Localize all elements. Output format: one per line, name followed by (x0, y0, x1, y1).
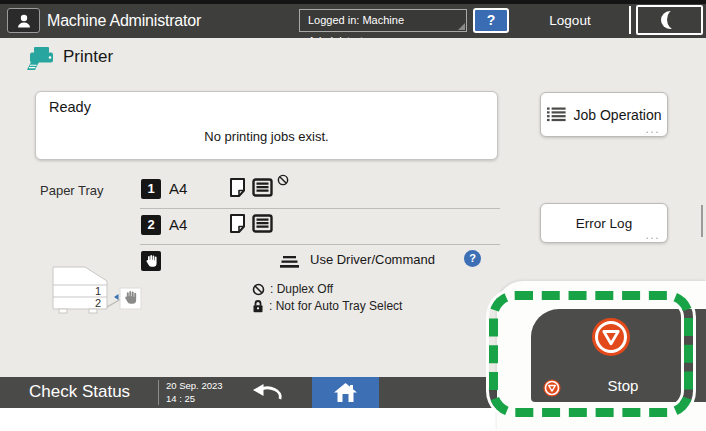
logout-button[interactable]: Logout (514, 8, 626, 33)
user-icon (16, 13, 32, 29)
help-button[interactable]: ? (473, 8, 509, 33)
tray-2-number: 2 (141, 215, 161, 235)
back-button[interactable] (250, 382, 284, 403)
legend-auto-tray-text: : Not for Auto Tray Select (269, 299, 402, 313)
time-label: 14 : 25 (166, 393, 223, 406)
printer-status-message: No printing jobs exist. (36, 129, 497, 144)
logged-in-badge[interactable]: Logged in: Machine Administrator (299, 9, 467, 32)
paper-type-icon (229, 213, 246, 234)
tray-row-divider (140, 244, 500, 245)
printer-state: Ready (49, 99, 91, 115)
topbar-separator (629, 6, 631, 34)
duplex-off-icon (252, 283, 265, 296)
tray-1-size: A4 (169, 180, 187, 197)
moon-icon (661, 11, 679, 29)
tray-row-divider (140, 208, 500, 209)
lock-icon (252, 299, 264, 313)
home-button[interactable] (312, 377, 379, 408)
paper-tray-section-label: Paper Tray (40, 183, 104, 198)
bypass-help-icon[interactable]: ? (464, 250, 481, 267)
user-account-button[interactable] (7, 8, 40, 33)
datetime-display: 20 Sep. 2023 14 : 25 (166, 380, 223, 406)
error-log-button[interactable]: Error Log ... (540, 203, 668, 243)
diagram-tray-2-label: 2 (95, 297, 101, 309)
job-operation-label: Job Operation (574, 107, 662, 123)
stop-button[interactable]: Stop (531, 309, 706, 402)
logged-in-user-name: Machine Administrator (47, 4, 201, 38)
paper-stack-icon (252, 178, 273, 197)
more-indicator: ... (645, 228, 660, 242)
legend-auto-tray: : Not for Auto Tray Select (252, 299, 402, 313)
legend-duplex-off-text: : Duplex Off (270, 282, 333, 296)
tray-2-size: A4 (169, 216, 187, 233)
list-icon (547, 107, 566, 122)
diagram-arrow-icon (114, 294, 119, 300)
diagram-tray-1-label: 1 (95, 285, 101, 297)
printer-icon (27, 46, 55, 72)
legend-duplex-off: : Duplex Off (252, 282, 333, 296)
date-label: 20 Sep. 2023 (166, 380, 223, 393)
stop-icon (591, 317, 631, 357)
tray-1-number: 1 (141, 179, 161, 199)
page-title: Printer (63, 47, 113, 67)
error-log-label: Error Log (576, 216, 632, 231)
printer-screen: Machine Administrator Logged in: Machine… (0, 0, 706, 431)
duplex-off-icon (277, 174, 289, 186)
printer-status-card: Ready No printing jobs exist. (35, 91, 498, 160)
hand-bypass-icon (145, 254, 158, 268)
paper-stack-icon (252, 214, 273, 233)
bottombar-separator (158, 380, 159, 405)
back-arrow-icon (250, 382, 284, 403)
stop-label: Stop (583, 377, 663, 394)
check-status-button[interactable]: Check Status (29, 377, 130, 408)
top-bar: Machine Administrator Logged in: Machine… (0, 0, 706, 38)
job-operation-button[interactable]: Job Operation ... (540, 92, 668, 137)
bypass-tray-note: Use Driver/Command (310, 252, 435, 267)
printer-tray-diagram: 1 2 (45, 261, 145, 321)
energy-saver-button[interactable] (636, 5, 703, 35)
paper-type-icon (229, 177, 246, 198)
home-icon (334, 383, 357, 402)
more-indicator: ... (645, 122, 660, 136)
stop-icon-small (543, 379, 561, 397)
scrollbar-thumb[interactable] (701, 205, 703, 237)
paper-level-icon (280, 256, 299, 269)
